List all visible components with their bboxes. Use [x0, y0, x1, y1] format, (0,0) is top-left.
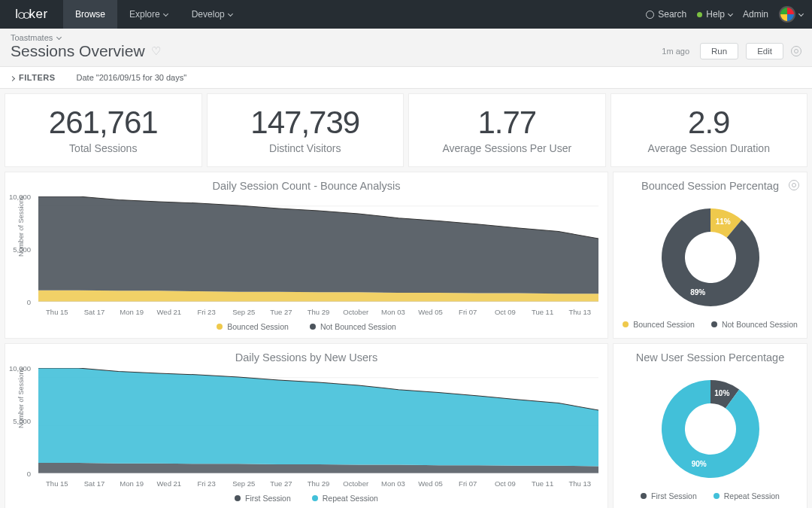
kpi-value: 147,739 [211, 105, 401, 141]
chart-legend: Bounced Session Not Bounced Session [614, 314, 807, 336]
search-icon [646, 11, 654, 19]
legend-item: Bounced Session [217, 322, 289, 331]
filters-toggle[interactable]: FILTERS [11, 73, 56, 82]
x-ticks: Thu 15Sat 17Mon 19Wed 21Fri 23Sep 25Tue … [38, 479, 598, 488]
nav-tab-label: Explore [129, 9, 160, 20]
legend-label: Bounced Session [227, 322, 289, 331]
kpi-label: Average Sessions Per User [412, 142, 602, 154]
nav-tab-label: Browse [75, 9, 105, 20]
y-ticks: 10,0005,0000 [5, 196, 35, 302]
chart-legend: First Session Repeat Session [5, 488, 607, 508]
legend-dot-icon [641, 493, 647, 499]
legend-dot-icon [235, 495, 241, 501]
chart-bounce-percentage[interactable]: Bounced Session Percentag 11%89% Bounced… [613, 172, 807, 339]
kpi-avg-session-duration[interactable]: 2.9 Average Session Duration [611, 93, 808, 167]
legend-item: First Session [641, 491, 697, 500]
search-label: Search [658, 9, 686, 20]
legend-label: First Session [245, 494, 291, 503]
page-header: Toastmates Sessions Overview ♡ 1m ago Ru… [0, 29, 812, 67]
kpi-row: 261,761 Total Sessions 147,739 Distinct … [0, 89, 812, 172]
title-actions: 1m ago Run Edit [662, 43, 801, 59]
gear-icon[interactable] [789, 180, 799, 190]
legend-dot-icon [711, 321, 717, 327]
user-avatar[interactable] [779, 6, 803, 23]
chart-title: Bounced Session Percentag [641, 180, 779, 192]
top-nav: l ker Browse Explore Develop Search Help… [0, 0, 812, 29]
x-ticks: Thu 15Sat 17Mon 19Wed 21Fri 23Sep 25Tue … [38, 308, 598, 316]
svg-text:90%: 90% [691, 460, 706, 468]
legend-item: Not Bounced Session [711, 320, 798, 329]
chart-title: New User Session Percentage [636, 351, 784, 364]
kpi-label: Total Sessions [8, 142, 198, 154]
chevron-down-icon [163, 11, 168, 16]
legend-item: First Session [235, 494, 291, 503]
row-newusers: Daily Sessions by New Users Number of Se… [0, 343, 812, 508]
chart-legend: First Session Repeat Session [614, 485, 807, 508]
svg-text:11%: 11% [715, 217, 730, 226]
dashboard-title: Sessions Overview ♡ [11, 42, 161, 60]
donut-plot: 10%90% [614, 368, 807, 485]
svg-text:89%: 89% [690, 288, 705, 297]
admin-label: Admin [743, 9, 768, 20]
y-ticks: 10,0005,0000 [5, 368, 35, 473]
chart-title: Daily Sessions by New Users [235, 351, 377, 364]
kpi-value: 261,761 [8, 105, 198, 141]
status-dot-icon [697, 12, 702, 17]
filter-value: Date "2016/09/15 for 30 days" [77, 73, 187, 82]
caret-right-icon [10, 76, 15, 81]
logo-ker: ker [29, 7, 48, 22]
row-bounce: Daily Session Count - Bounce Analysis Nu… [0, 172, 812, 343]
legend-label: Not Bounced Session [722, 320, 798, 329]
legend-label: Bounced Session [633, 320, 695, 329]
filters-label: FILTERS [19, 73, 56, 82]
chart-title: Daily Session Count - Bounce Analysis [213, 180, 401, 192]
edit-button[interactable]: Edit [746, 43, 783, 59]
kpi-distinct-visitors[interactable]: 147,739 Distinct Visitors [207, 93, 404, 167]
run-button[interactable]: Run [700, 43, 738, 59]
admin-link[interactable]: Admin [743, 9, 768, 20]
avatar-icon [779, 6, 795, 23]
nav-tabs: Browse Explore Develop [63, 0, 244, 29]
chart-new-user-percentage[interactable]: New User Session Percentage 10%90% First… [613, 343, 807, 508]
legend-label: First Session [651, 491, 697, 500]
chart-legend: Bounced Session Not Bounced Session [5, 316, 607, 339]
page-title: Sessions Overview [11, 42, 145, 60]
nav-tab-explore[interactable]: Explore [117, 0, 180, 29]
help-label: Help [706, 9, 725, 20]
logo[interactable]: l ker [0, 7, 63, 22]
chart-daily-new-users[interactable]: Daily Sessions by New Users Number of Se… [5, 343, 608, 508]
kpi-label: Average Session Duration [614, 142, 804, 154]
gear-icon[interactable] [791, 46, 801, 56]
nav-tab-label: Develop [192, 9, 225, 20]
search-button[interactable]: Search [646, 9, 686, 20]
favorite-heart-icon[interactable]: ♡ [151, 44, 161, 58]
nav-tab-develop[interactable]: Develop [180, 0, 244, 29]
last-run-time: 1m ago [662, 47, 689, 56]
legend-label: Not Bounced Session [320, 322, 396, 331]
legend-label: Repeat Session [323, 494, 378, 503]
chart-daily-bounce[interactable]: Daily Session Count - Bounce Analysis Nu… [5, 172, 608, 339]
kpi-value: 1.77 [412, 105, 602, 141]
legend-item: Not Bounced Session [310, 322, 396, 331]
legend-label: Repeat Session [724, 491, 780, 500]
legend-item: Bounced Session [623, 320, 695, 329]
filter-bar[interactable]: FILTERS Date "2016/09/15 for 30 days" [0, 67, 812, 89]
nav-right: Search Help Admin [646, 6, 812, 23]
chart-plot-area [38, 196, 598, 302]
chevron-down-icon [798, 11, 804, 16]
svg-text:10%: 10% [714, 389, 729, 397]
nav-tab-browse[interactable]: Browse [63, 0, 117, 29]
breadcrumb-label: Toastmates [11, 33, 53, 42]
legend-dot-icon [714, 493, 720, 499]
legend-item: Repeat Session [312, 494, 378, 503]
kpi-avg-sessions-per-user[interactable]: 1.77 Average Sessions Per User [408, 93, 606, 167]
legend-dot-icon [623, 321, 629, 327]
help-menu[interactable]: Help [697, 9, 732, 20]
legend-dot-icon [312, 495, 318, 501]
kpi-total-sessions[interactable]: 261,761 Total Sessions [5, 93, 202, 167]
breadcrumb[interactable]: Toastmates [11, 33, 801, 42]
legend-dot-icon [310, 324, 316, 330]
logo-ring-icon [23, 12, 30, 19]
chevron-down-icon [56, 34, 62, 39]
kpi-label: Distinct Visitors [211, 142, 401, 154]
